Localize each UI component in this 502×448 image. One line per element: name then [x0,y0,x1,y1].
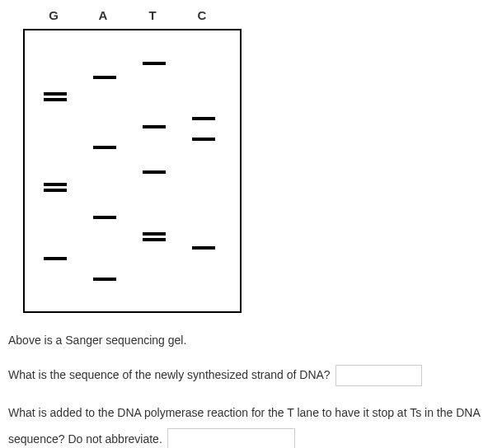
gel-band [93,216,116,219]
lane-header-a: A [78,8,128,29]
question-1: What is the sequence of the newly synthe… [8,365,494,386]
gel-band [143,170,166,174]
answer-input-1[interactable] [335,365,422,386]
question-2-text-2: sequence? Do not abbreviate. [8,429,162,448]
gel-band [143,125,166,128]
gel-band [44,98,67,101]
gel-band [192,117,215,120]
gel-band [192,246,215,250]
question-2: What is added to the DNA polymerase reac… [8,403,494,448]
gel-caption: Above is a Sanger sequencing gel. [8,334,494,347]
gel-band [44,183,67,186]
question-1-text: What is the sequence of the newly synthe… [8,365,331,385]
gel-band [143,238,166,241]
gel-band [192,138,215,141]
gel-diagram: G A T C [16,8,247,313]
gel-band [44,189,67,192]
lane-header-c: C [177,8,227,29]
gel-band [44,92,67,96]
gel-band [143,232,166,236]
gel-band [93,278,116,281]
gel-band [93,76,116,79]
lane-header-t: T [128,8,177,29]
answer-input-2[interactable] [167,428,295,448]
gel-band [93,146,116,149]
gel-band [44,257,67,260]
lane-header-g: G [29,8,78,29]
question-2-text-1: What is added to the DNA polymerase reac… [8,403,481,423]
gel-box [23,29,242,313]
lane-headers: G A T C [16,8,247,29]
gel-band [143,62,166,65]
